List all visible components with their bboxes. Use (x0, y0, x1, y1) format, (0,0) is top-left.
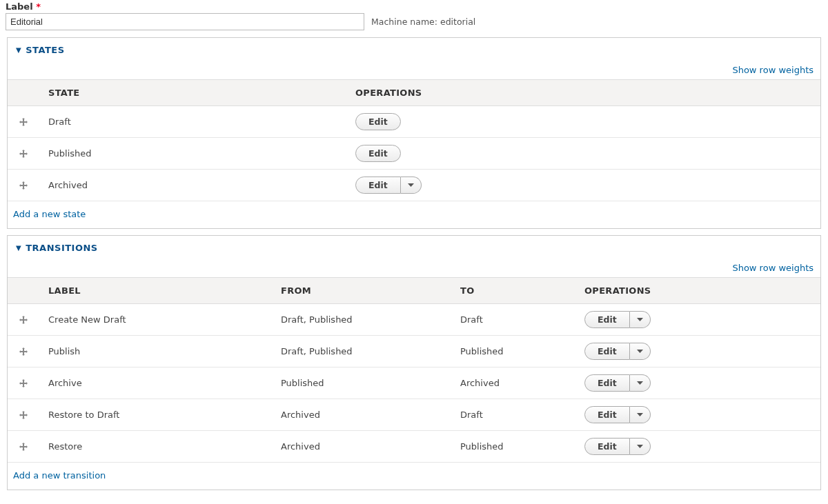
edit-button[interactable]: Edit (355, 113, 401, 130)
show-row-weights-transitions[interactable]: Show row weights (732, 263, 814, 273)
collapse-icon: ▼ (16, 46, 21, 54)
table-row: ArchivedEdit (8, 170, 820, 201)
add-transition-link[interactable]: Add a new transition (8, 463, 820, 490)
dropdown-toggle[interactable] (401, 177, 422, 194)
transitions-table: LABEL FROM TO OPERATIONS Create New Draf… (8, 277, 820, 463)
edit-button[interactable]: Edit (584, 374, 630, 392)
transition-from: Draft, Published (272, 304, 451, 336)
transition-to: Draft (451, 399, 575, 431)
add-state-link[interactable]: Add a new state (8, 201, 820, 228)
dropdown-toggle[interactable] (630, 374, 651, 392)
states-fieldset: ▼ STATES Show row weights STATE OPERATIO… (7, 37, 821, 229)
show-row-weights-states[interactable]: Show row weights (732, 65, 814, 75)
transition-from: Archived (272, 399, 451, 431)
transitions-fieldset: ▼ TRANSITIONS Show row weights LABEL FRO… (7, 235, 821, 490)
state-name: Published (39, 138, 346, 170)
drag-handle-icon[interactable] (17, 440, 30, 454)
machine-name: Machine name: editorial (371, 17, 475, 27)
table-row: DraftEdit (8, 106, 820, 138)
drag-handle-icon[interactable] (17, 179, 30, 192)
transition-to: Archived (451, 367, 575, 399)
states-legend[interactable]: ▼ STATES (8, 38, 820, 62)
dropdown-toggle[interactable] (630, 343, 651, 360)
drag-handle-icon[interactable] (17, 376, 30, 390)
dropdown-toggle[interactable] (630, 406, 651, 423)
table-row: PublishDraft, PublishedPublishedEdit (8, 336, 820, 367)
label-input[interactable] (6, 13, 364, 30)
transitions-header-label: LABEL (39, 278, 272, 304)
states-header-state: STATE (39, 80, 346, 106)
edit-button[interactable]: Edit (584, 311, 630, 328)
transition-label: Publish (39, 336, 272, 367)
drag-handle-icon[interactable] (17, 408, 30, 422)
transition-to: Draft (451, 304, 575, 336)
edit-button[interactable]: Edit (584, 343, 630, 360)
edit-button[interactable]: Edit (584, 438, 630, 455)
transition-label: Archive (39, 367, 272, 399)
transitions-header-from: FROM (272, 278, 451, 304)
transition-label: Restore to Draft (39, 399, 272, 431)
transition-label: Restore (39, 431, 272, 463)
table-row: ArchivePublishedArchivedEdit (8, 367, 820, 399)
edit-button[interactable]: Edit (355, 177, 401, 194)
transition-label: Create New Draft (39, 304, 272, 336)
table-row: Create New DraftDraft, PublishedDraftEdi… (8, 304, 820, 336)
transition-to: Published (451, 336, 575, 367)
drag-handle-icon[interactable] (17, 115, 30, 129)
drag-handle-icon[interactable] (17, 313, 30, 327)
transition-from: Published (272, 367, 451, 399)
edit-button[interactable]: Edit (355, 145, 401, 162)
table-row: Restore to DraftArchivedDraftEdit (8, 399, 820, 431)
transition-from: Draft, Published (272, 336, 451, 367)
table-row: PublishedEdit (8, 138, 820, 170)
label-field-label: Label * (6, 1, 827, 12)
transition-to: Published (451, 431, 575, 463)
transitions-header-to: TO (451, 278, 575, 304)
state-name: Archived (39, 170, 346, 201)
collapse-icon: ▼ (16, 244, 21, 252)
drag-handle-icon[interactable] (17, 147, 30, 161)
required-indicator: * (36, 1, 41, 12)
transitions-legend[interactable]: ▼ TRANSITIONS (8, 236, 820, 260)
drag-handle-icon[interactable] (17, 345, 30, 359)
table-row: RestoreArchivedPublishedEdit (8, 431, 820, 463)
edit-button[interactable]: Edit (584, 406, 630, 423)
state-name: Draft (39, 106, 346, 138)
dropdown-toggle[interactable] (630, 438, 651, 455)
states-header-operations: OPERATIONS (346, 80, 820, 106)
states-table: STATE OPERATIONS DraftEditPublishedEditA… (8, 79, 820, 201)
transitions-header-operations: OPERATIONS (575, 278, 820, 304)
dropdown-toggle[interactable] (630, 311, 651, 328)
transition-from: Archived (272, 431, 451, 463)
